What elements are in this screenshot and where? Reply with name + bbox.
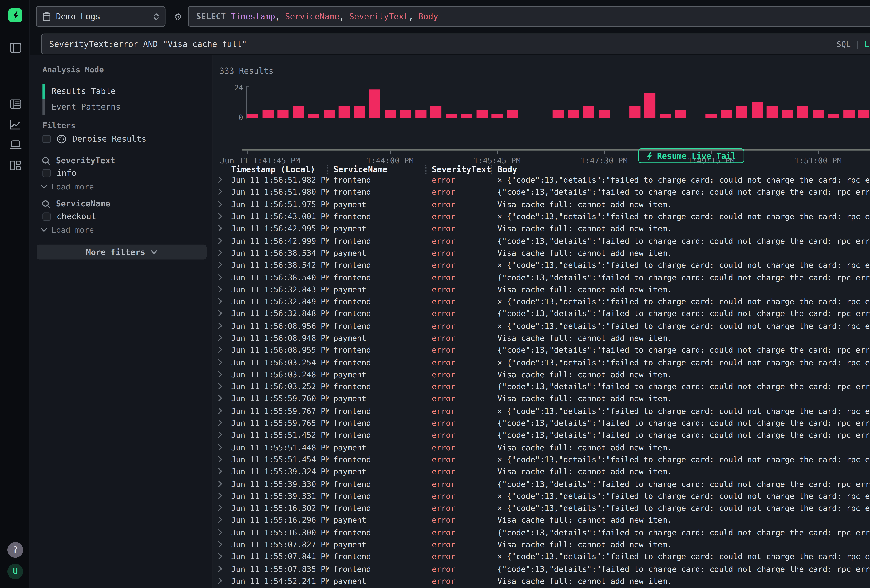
sidebar-toggle-icon[interactable] [9,41,22,54]
row-expand-chevron-icon[interactable] [218,517,226,524]
row-expand-chevron-icon[interactable] [218,346,226,354]
checkout-checkbox[interactable] [42,213,51,220]
row-expand-chevron-icon[interactable] [218,334,226,341]
log-row[interactable]: Jun 11 1:55:59.767 PMfrontenderror× {"co… [218,405,870,417]
log-row[interactable]: Jun 11 1:56:38.542 PMfrontenderror× {"co… [218,259,870,271]
row-expand-chevron-icon[interactable] [218,407,226,414]
row-expand-chevron-icon[interactable] [218,419,226,427]
row-expand-chevron-icon[interactable] [218,467,226,475]
app-logo[interactable] [8,8,22,22]
log-row[interactable]: Jun 11 1:55:39.324 PMpaymenterrorVisa ca… [218,465,870,478]
log-row[interactable]: Jun 11 1:56:08.948 PMpaymenterrorVisa ca… [218,332,870,344]
row-expand-chevron-icon[interactable] [218,444,226,451]
row-expand-chevron-icon[interactable] [218,322,226,329]
row-expand-chevron-icon[interactable] [218,553,226,560]
log-row[interactable]: Jun 11 1:56:32.848 PMfrontenderror{"code… [218,307,870,320]
help-button[interactable]: ? [7,542,23,558]
row-expand-chevron-icon[interactable] [218,261,226,269]
log-row[interactable]: Jun 11 1:56:32.843 PMpaymenterrorVisa ca… [218,283,870,295]
row-expand-chevron-icon[interactable] [218,213,226,220]
dashboard-icon[interactable] [9,159,22,171]
row-expand-chevron-icon[interactable] [218,540,226,548]
log-row[interactable]: Jun 11 1:56:03.248 PMpaymenterrorVisa ca… [218,368,870,380]
denoise-checkbox[interactable] [42,135,51,143]
more-filters-button[interactable]: More filters [37,244,207,259]
user-avatar[interactable]: U [7,564,23,579]
log-row[interactable]: Jun 11 1:56:03.252 PMfrontenderror{"code… [218,380,870,393]
language-toggle[interactable]: SQL | Lucene [837,40,870,48]
load-more-severitytext[interactable]: Load more [41,182,94,191]
log-row[interactable]: Jun 11 1:55:16.302 PMfrontenderror× {"co… [218,502,870,514]
log-row[interactable]: Jun 11 1:56:08.955 PMfrontenderror{"code… [218,344,870,356]
filter-option-checkout[interactable]: checkout [42,212,96,222]
row-expand-chevron-icon[interactable] [218,286,226,293]
source-select[interactable]: Demo Logs [36,6,165,27]
facet-severitytext[interactable]: SeverityText [42,156,115,165]
log-row[interactable]: Jun 11 1:55:07.841 PMfrontenderror× {"co… [218,551,870,563]
info-checkbox[interactable] [42,169,51,177]
log-row[interactable]: Jun 11 1:55:16.296 PMpaymenterrorVisa ca… [218,514,870,526]
log-row[interactable]: Jun 11 1:55:59.760 PMpaymenterrorVisa ca… [218,393,870,405]
row-expand-chevron-icon[interactable] [218,395,226,402]
row-expand-chevron-icon[interactable] [218,577,226,585]
filter-option-info[interactable]: info [42,168,76,178]
select-query-input[interactable]: SELECT Timestamp, ServiceName, SeverityT… [188,6,870,27]
log-row[interactable]: Jun 11 1:54:52.241 PMpaymenterrorVisa ca… [218,575,870,587]
lucene-mode-option[interactable]: Lucene [864,40,870,48]
log-row[interactable]: Jun 11 1:56:51.980 PMfrontenderror{"code… [218,186,870,198]
row-expand-chevron-icon[interactable] [218,431,226,439]
gear-icon[interactable]: ⚙ [171,10,185,23]
sql-mode-option[interactable]: SQL [837,40,851,48]
load-more-servicename[interactable]: Load more [41,225,94,234]
row-expand-chevron-icon[interactable] [218,200,226,208]
col-timestamp[interactable]: Timestamp (Local) [227,164,329,174]
row-expand-chevron-icon[interactable] [218,237,226,244]
col-servicename[interactable]: ServiceName [329,164,428,174]
denoise-results-row[interactable]: Denoise Results [42,134,146,144]
row-expand-chevron-icon[interactable] [218,176,226,183]
row-expand-chevron-icon[interactable] [218,273,226,281]
chart-icon[interactable] [9,118,22,131]
col-severitytext[interactable]: SeverityText [428,164,493,174]
col-body[interactable]: Body [493,164,870,174]
log-row[interactable]: Jun 11 1:56:42.995 PMpaymenterrorVisa ca… [218,222,870,235]
log-row[interactable]: Jun 11 1:56:03.254 PMfrontenderror× {"co… [218,356,870,368]
row-expand-chevron-icon[interactable] [218,188,226,196]
row-expand-chevron-icon[interactable] [218,504,226,512]
row-expand-chevron-icon[interactable] [218,565,226,572]
mode-event-patterns[interactable]: Event Patterns [42,99,199,115]
log-row[interactable]: Jun 11 1:55:51.448 PMpaymenterrorVisa ca… [218,441,870,453]
log-row[interactable]: Jun 11 1:55:16.300 PMfrontenderror{"code… [218,526,870,538]
mode-results-table[interactable]: Results Table [42,83,199,99]
row-expand-chevron-icon[interactable] [218,358,226,366]
log-row[interactable]: Jun 11 1:55:59.765 PMfrontenderror{"code… [218,417,870,429]
log-row[interactable]: Jun 11 1:55:07.835 PMfrontenderror{"code… [218,563,870,575]
facet-servicename[interactable]: ServiceName [42,199,110,209]
log-row[interactable]: Jun 11 1:55:39.330 PMfrontenderror{"code… [218,478,870,490]
log-row[interactable]: Jun 11 1:56:08.956 PMfrontenderror× {"co… [218,320,870,332]
log-row[interactable]: Jun 11 1:56:51.982 PMfrontenderror× {"co… [218,174,870,186]
row-expand-chevron-icon[interactable] [218,492,226,499]
row-expand-chevron-icon[interactable] [218,249,226,256]
row-expand-chevron-icon[interactable] [218,310,226,317]
row-expand-chevron-icon[interactable] [218,456,226,463]
log-row[interactable]: Jun 11 1:55:51.454 PMfrontenderror× {"co… [218,453,870,465]
log-row[interactable]: Jun 11 1:56:38.540 PMfrontenderror{"code… [218,271,870,283]
log-row[interactable]: Jun 11 1:55:51.452 PMfrontenderror{"code… [218,429,870,441]
sessions-icon[interactable] [9,138,22,151]
log-row[interactable]: Jun 11 1:55:07.827 PMpaymenterrorVisa ca… [218,538,870,551]
logs-icon[interactable] [9,98,22,110]
search-input[interactable]: SeverityText:error AND "Visa cache full"… [41,34,870,54]
row-expand-chevron-icon[interactable] [218,225,226,232]
row-expand-chevron-icon[interactable] [218,298,226,305]
log-row[interactable]: Jun 11 1:55:39.331 PMfrontenderror× {"co… [218,490,870,502]
row-expand-chevron-icon[interactable] [218,480,226,487]
log-row[interactable]: Jun 11 1:56:43.001 PMfrontenderror× {"co… [218,210,870,222]
resume-live-tail-button[interactable]: Resume Live Tail [638,148,744,163]
row-expand-chevron-icon[interactable] [218,383,226,390]
log-row[interactable]: Jun 11 1:56:51.975 PMpaymenterrorVisa ca… [218,198,870,210]
log-row[interactable]: Jun 11 1:56:32.849 PMfrontenderror× {"co… [218,295,870,307]
row-expand-chevron-icon[interactable] [218,528,226,536]
row-expand-chevron-icon[interactable] [218,371,226,378]
log-row[interactable]: Jun 11 1:56:42.999 PMfrontenderror{"code… [218,235,870,247]
